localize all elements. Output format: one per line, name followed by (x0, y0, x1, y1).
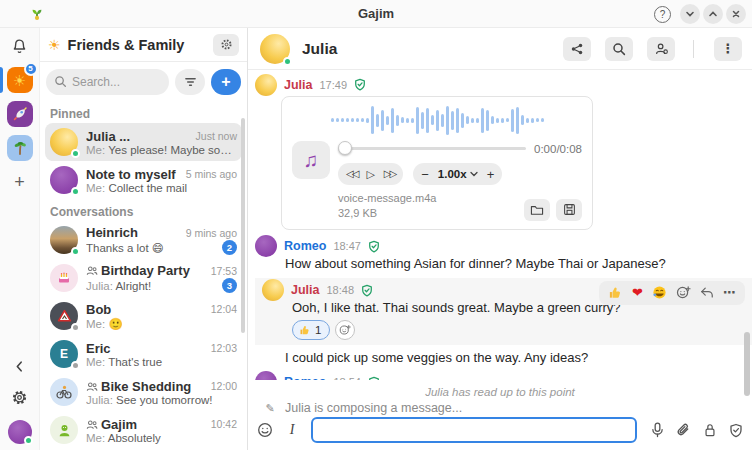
palm-tree-icon (12, 140, 28, 156)
help-button[interactable]: ? (654, 6, 671, 23)
more-options-icon[interactable]: ⋯ (723, 286, 736, 299)
waveform-bar (486, 110, 489, 131)
chat-name: Heinrich (86, 225, 180, 240)
message-time: 18:48 (327, 284, 355, 296)
list-item[interactable]: EEric12:03Me: That's true (45, 335, 242, 373)
workspace-friends-family[interactable]: ☀ 5 (7, 67, 33, 93)
preview-sender: Me: (86, 144, 108, 156)
preview-sender: Me: (86, 432, 108, 444)
slider-knob[interactable] (338, 141, 352, 155)
close-button[interactable] (726, 4, 746, 24)
heart-icon[interactable]: ❤ (632, 286, 643, 299)
open-folder-button[interactable] (524, 199, 550, 221)
waveform-bar (421, 112, 424, 129)
notifications-bell-icon[interactable] (11, 38, 28, 55)
speed-up-button[interactable]: + (487, 168, 495, 181)
list-item[interactable]: Julia ...Just nowMe: Yes please! Maybe s… (45, 123, 242, 161)
emoji-button[interactable] (257, 422, 273, 438)
format-button[interactable]: I (285, 422, 299, 438)
contact-details-button[interactable] (647, 37, 675, 61)
sender-name: Julia (284, 78, 313, 92)
collapse-sidebar-button[interactable] (13, 360, 26, 373)
settings-gear-icon[interactable] (11, 389, 28, 406)
workspace-selected-indicator (0, 67, 3, 93)
composing-indicator: ✎ Julia is composing a message... (248, 400, 462, 416)
thumbs-up-icon[interactable] (608, 285, 623, 300)
message-area: Julia 17:49 ♫ 0:00/0:08 ◁◁ (248, 70, 752, 380)
rewind-button[interactable]: ◁◁ (346, 169, 357, 179)
add-reaction-icon[interactable] (676, 285, 691, 300)
chat-name: Gajim (86, 417, 205, 432)
workspace-palm[interactable] (7, 135, 33, 161)
chat-list-panel: ☀ Friends & Family + Pinned Julia ...Jus… (40, 28, 248, 450)
account-avatar[interactable] (8, 420, 32, 444)
play-button[interactable]: ▷ (366, 169, 374, 180)
chat-info: Bob12:04Me: 🙂 (86, 302, 237, 331)
share-button[interactable] (563, 37, 591, 61)
list-item[interactable]: Bob12:04Me: 🙂 (45, 297, 242, 335)
reply-icon[interactable] (700, 286, 714, 299)
julia-avatar (262, 279, 284, 301)
save-file-button[interactable] (556, 199, 582, 221)
waveform-bar (386, 116, 389, 125)
chat-time: Just now (196, 130, 237, 142)
slider-track[interactable] (338, 147, 526, 150)
chat-menu-button[interactable]: ⋮ (714, 37, 742, 61)
chat-time: 17:53 (211, 265, 237, 277)
chat-name: Note to myself (86, 167, 180, 182)
add-workspace-button[interactable]: + (14, 173, 25, 191)
filter-button[interactable] (175, 69, 205, 95)
unread-badge: 3 (222, 278, 237, 293)
search-chat-button[interactable] (605, 37, 633, 61)
workspace-header: ☀ Friends & Family (40, 28, 247, 62)
add-reaction-button[interactable] (335, 320, 355, 340)
chat-scrollbar[interactable] (744, 332, 750, 396)
laughing-emoji-icon[interactable] (652, 285, 667, 300)
avatar (50, 302, 78, 330)
list-item[interactable]: Bike Shedding12:00Julia: See you tomorro… (45, 373, 242, 411)
reaction-chip[interactable]: 1 (292, 320, 330, 340)
forward-button[interactable]: ▷▷ (384, 169, 395, 179)
chat-header: Julia ⋮ (248, 28, 752, 70)
waveform-bar (456, 108, 459, 133)
avatar (50, 264, 78, 292)
speed-dropdown[interactable]: 1.00x (438, 168, 478, 180)
chat-info: Eric12:03Me: That's true (86, 341, 237, 368)
account-status-dot (24, 436, 33, 445)
chat-name: Bob (86, 302, 205, 317)
waveform-bar (391, 108, 394, 133)
chat-list-scrollbar[interactable] (241, 118, 245, 333)
encryption-shield-icon (368, 376, 380, 380)
speed-controls: − 1.00x + (413, 163, 502, 185)
list-item[interactable]: Note to myself5 mins agoMe: Collect the … (45, 161, 242, 199)
playback-slider[interactable]: 0:00/0:08 (338, 141, 582, 156)
start-chat-button[interactable]: + (211, 69, 241, 95)
rocket-icon (12, 106, 28, 122)
speed-down-button[interactable]: − (421, 168, 429, 181)
list-item[interactable]: Gajim10:42Me: Absolutely (45, 411, 242, 449)
waveform-bar (396, 115, 399, 126)
waveform-bar (336, 118, 339, 122)
conversations-list: Heinrich9 mins agoThanks a lot 😄2Birthda… (40, 221, 247, 450)
minimize-button[interactable] (680, 4, 700, 24)
status-dot (71, 247, 80, 256)
list-item[interactable]: Heinrich9 mins agoThanks a lot 😄2 (45, 221, 242, 259)
message-input[interactable] (311, 417, 637, 443)
voice-message-card: ♫ 0:00/0:08 ◁◁ ▷ ▷▷ (281, 96, 593, 230)
encryption-lock-icon[interactable] (703, 422, 717, 438)
waveform-bar (451, 111, 454, 130)
maximize-button[interactable] (703, 4, 723, 24)
voice-message-button[interactable] (651, 422, 664, 438)
chat-time: 9 mins ago (186, 227, 237, 239)
workspace-settings-button[interactable] (213, 34, 239, 56)
chat-info: Heinrich9 mins agoThanks a lot 😄2 (86, 225, 237, 255)
list-item[interactable]: Birthday Party17:53Julia: Alright!3 (45, 259, 242, 297)
attach-file-button[interactable] (676, 422, 691, 438)
waveform-bar (511, 109, 514, 132)
waveform-bar (516, 107, 519, 134)
waveform-bar (496, 118, 499, 123)
waveform-bar (331, 118, 334, 122)
workspace-rocket[interactable] (7, 101, 33, 127)
preview-sender: Me: (86, 318, 108, 330)
send-settings-shield-icon[interactable] (729, 423, 743, 438)
